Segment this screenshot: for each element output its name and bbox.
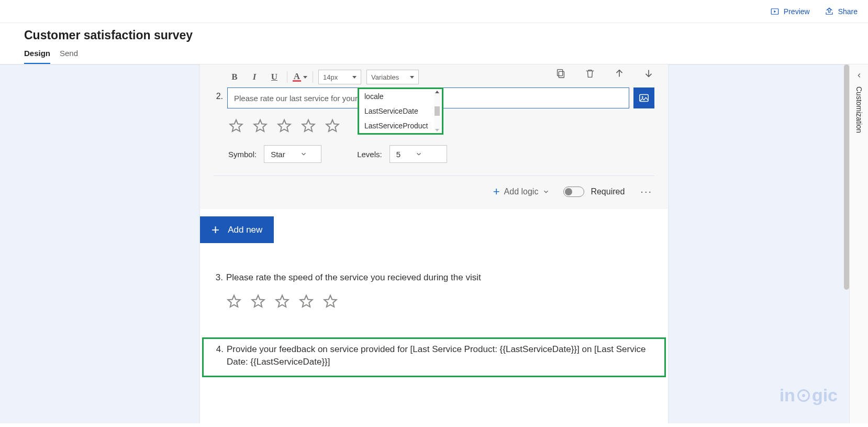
symbol-label: Symbol: [228, 150, 257, 159]
chevron-down-icon [300, 150, 307, 158]
add-new-button[interactable]: + Add new [200, 216, 274, 243]
star-icon[interactable] [252, 118, 268, 134]
star-icon[interactable] [301, 118, 316, 134]
format-toolbar: B I U A 14px Variables locale LastServic… [227, 70, 654, 84]
image-icon [638, 92, 650, 104]
svg-point-4 [642, 96, 643, 98]
workspace: B I U A 14px Variables locale LastServic… [0, 64, 868, 423]
levels-select[interactable]: 5 [390, 145, 447, 163]
customization-panel-tab[interactable]: Customization [849, 64, 868, 423]
variables-popup: locale LastServiceDate LastServiceProduc… [358, 87, 443, 135]
question-footer: + Add logic Required ··· [214, 176, 654, 200]
separator [287, 71, 287, 83]
popup-scrollbar[interactable] [434, 91, 440, 132]
question-number: 3. [214, 271, 223, 284]
plus-icon: + [493, 186, 500, 198]
watermark-text: gic [812, 385, 838, 406]
rating-stars [226, 293, 654, 309]
star-icon[interactable] [274, 293, 290, 309]
share-icon [825, 7, 834, 16]
variable-option-lastservicedate[interactable]: LastServiceDate [359, 104, 442, 118]
chevron-down-icon [415, 150, 422, 158]
font-size-dropdown[interactable]: 14px [318, 70, 361, 84]
chevron-down-icon [542, 188, 550, 195]
font-color-button[interactable]: A [293, 70, 307, 84]
question-text: Provide your feedback on service provide… [227, 343, 654, 368]
top-toolbar: Preview Share [0, 0, 868, 23]
symbol-value: Star [271, 150, 285, 159]
star-icon[interactable] [276, 118, 292, 134]
question-number: 4. [214, 343, 224, 368]
scroll-down-icon[interactable] [435, 129, 439, 132]
watermark-text: in [780, 385, 795, 406]
separator [313, 71, 313, 83]
survey-canvas: B I U A 14px Variables locale LastServic… [200, 64, 668, 423]
italic-button[interactable]: I [247, 70, 262, 84]
variable-option-locale[interactable]: locale [359, 89, 442, 104]
star-icon[interactable] [322, 293, 338, 309]
question-block-4: 4. Provide your feedback on service prov… [202, 337, 666, 377]
scroll-up-icon[interactable] [435, 91, 439, 93]
star-icon[interactable] [250, 293, 266, 309]
font-size-value: 14px [323, 73, 338, 81]
question-text: Please rate the speed of the service you… [226, 271, 654, 284]
add-logic-label: Add logic [504, 187, 539, 196]
levels-value: 5 [396, 150, 400, 159]
variables-dropdown[interactable]: Variables [366, 70, 419, 84]
watermark-logo: in gic [780, 385, 838, 406]
variable-option-lastserviceproduct[interactable]: LastServiceProduct [359, 118, 442, 133]
page-header: Customer satisfaction survey Design Send [0, 23, 868, 64]
star-icon[interactable] [226, 293, 242, 309]
share-label: Share [838, 7, 858, 16]
add-logic-button[interactable]: + Add logic [493, 186, 550, 198]
preview-button[interactable]: Preview [770, 7, 810, 16]
question-number: 2. [214, 92, 223, 101]
more-options-button[interactable]: ··· [638, 185, 654, 198]
question-block-3: 3. Please rate the speed of the service … [200, 271, 668, 309]
header-tabs: Design Send [24, 46, 844, 64]
levels-label: Levels: [357, 150, 382, 159]
watermark-o-icon [797, 389, 810, 402]
bold-button[interactable]: B [227, 70, 242, 84]
required-toggle[interactable] [563, 187, 584, 197]
page-scrollbar[interactable] [844, 64, 849, 290]
tab-send[interactable]: Send [60, 46, 78, 64]
tab-design[interactable]: Design [24, 46, 50, 64]
page-title: Customer satisfaction survey [24, 28, 844, 42]
insert-media-button[interactable] [633, 87, 654, 108]
add-new-label: Add new [228, 225, 262, 235]
chevron-left-icon[interactable] [855, 72, 863, 79]
star-icon[interactable] [325, 118, 340, 134]
plus-icon: + [212, 222, 219, 238]
symbol-select[interactable]: Star [264, 145, 321, 163]
rating-controls: Symbol: Star Levels: 5 [228, 145, 654, 163]
variables-label: Variables [371, 73, 399, 81]
star-icon[interactable] [228, 118, 244, 134]
scroll-thumb[interactable] [435, 106, 440, 116]
question-card-2: B I U A 14px Variables locale LastServic… [200, 64, 668, 209]
star-icon[interactable] [298, 293, 314, 309]
customization-label: Customization [855, 86, 863, 133]
underline-button[interactable]: U [267, 70, 282, 84]
preview-icon [770, 7, 780, 16]
required-label: Required [591, 187, 625, 196]
preview-label: Preview [784, 7, 810, 16]
share-button[interactable]: Share [825, 7, 858, 16]
